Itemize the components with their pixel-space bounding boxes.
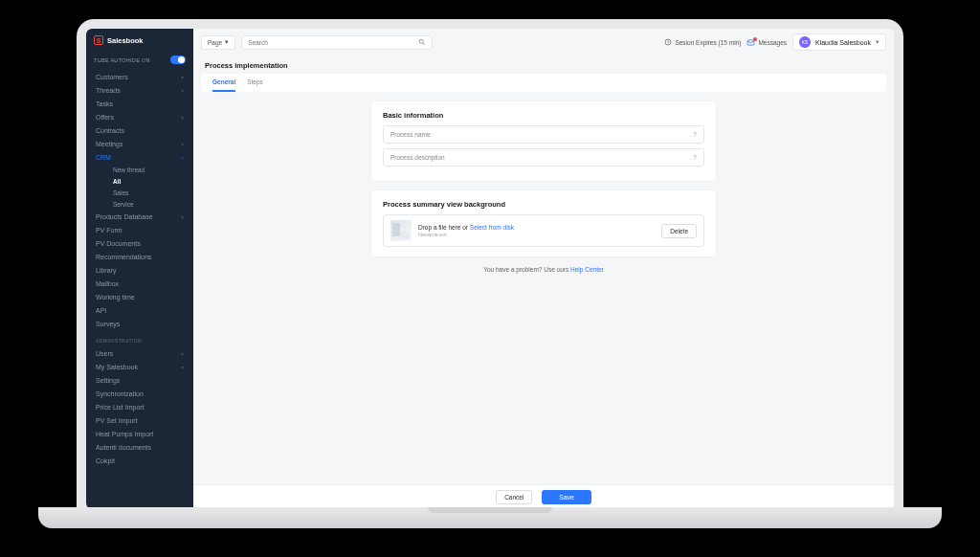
sidebar-item[interactable]: Heat Pumps Import [86, 427, 193, 440]
sidebar-item-label: My Salesbook [96, 364, 138, 370]
brand-logo-icon: S [94, 35, 103, 45]
messages-icon [746, 38, 755, 47]
process-name-placeholder: Process name [390, 131, 431, 138]
basic-info-title: Basic information [383, 111, 704, 120]
sidebar-item-label: Sales [113, 189, 128, 196]
sidebar-item[interactable]: Offers▾ [86, 110, 193, 123]
tabs: GeneralSteps [201, 74, 886, 92]
sidebar-item[interactable]: Price List Import [86, 400, 193, 413]
messages-label: Messages [758, 39, 787, 46]
process-description-placeholder: Process description [390, 154, 445, 161]
messages-link[interactable]: Messages [746, 38, 787, 47]
main: Page ▾ Sesion Expires (15 min) [193, 29, 894, 509]
content: Basic information Process name ? Process… [193, 92, 894, 484]
delete-button[interactable]: Delete [661, 224, 697, 238]
process-name-field[interactable]: Process name ? [383, 125, 704, 144]
scope-label: Page [208, 39, 222, 46]
scope-selector[interactable]: Page ▾ [201, 35, 235, 50]
sidebar-item[interactable]: All [103, 175, 193, 187]
sidebar-item[interactable]: Synchronization [86, 387, 193, 400]
sidebar-autohide-row: TUBE AUTOHIDE ON [86, 52, 193, 70]
sidebar-item-label: Synchronization [96, 390, 144, 397]
sidebar-item[interactable]: Tasks [86, 97, 193, 110]
sidebar-item-label: CRM [96, 154, 111, 161]
sidebar-item[interactable]: Cokpit [86, 454, 193, 467]
help-icon[interactable]: ? [693, 154, 697, 161]
autohide-toggle[interactable] [170, 56, 186, 64]
chevron-down-icon: ▾ [181, 74, 184, 80]
upload-filename: filename.ext [418, 232, 655, 237]
chevron-down-icon: ▾ [181, 114, 184, 121]
user-menu[interactable]: KS Klaudia Salesbook ▾ [792, 33, 886, 51]
sidebar-item-label: PV Documents [96, 240, 141, 247]
cancel-button[interactable]: Cancel [496, 490, 532, 504]
sidebar-item[interactable]: Library [86, 263, 193, 277]
sidebar-item[interactable]: API [86, 303, 193, 317]
sidebar-item[interactable]: Customers▾ [86, 70, 193, 83]
chevron-down-icon: ▾ [876, 38, 880, 46]
sidebar-item[interactable]: CRM▾ [86, 150, 193, 164]
session-text: Sesion Expires (15 min) [675, 39, 741, 46]
sidebar-item[interactable]: Sales [103, 187, 193, 198]
chevron-down-icon: ▾ [225, 38, 229, 46]
chevron-down-icon: ▾ [181, 141, 184, 147]
sidebar-item-label: Price List Import [96, 404, 145, 411]
sidebar-item-label: Mailbox [96, 280, 119, 287]
sidebar-nav: Customers▾Threads▾TasksOffers▾ContractsM… [86, 70, 193, 509]
sidebar-item[interactable]: PV Form [86, 223, 193, 236]
sidebar-item-label: Threads [96, 87, 121, 94]
sidebar-item-label: Users [96, 350, 113, 357]
brand-name: Salesbook [107, 36, 144, 45]
chevron-down-icon: ▾ [181, 154, 184, 161]
sidebar-item[interactable]: Products Database▾ [86, 210, 193, 223]
sidebar-item[interactable]: Surveys [86, 317, 193, 330]
tab[interactable]: General [212, 74, 235, 92]
save-button[interactable]: Save [542, 490, 591, 504]
sidebar-item-label: Meetings [96, 141, 122, 147]
page-title: Process implementation [193, 56, 894, 74]
sidebar-item-label: Cokpit [96, 457, 115, 464]
sidebar: S Salesbook TUBE AUTOHIDE ON Customers▾T… [86, 29, 193, 509]
tab[interactable]: Steps [247, 74, 263, 92]
sidebar-item[interactable]: Threads▾ [86, 83, 193, 97]
search-box[interactable] [241, 35, 433, 50]
sidebar-item-label: Recommendations [96, 254, 151, 260]
sidebar-item[interactable]: Autenti documents [86, 440, 193, 454]
sidebar-item-label: Service [113, 201, 134, 208]
sidebar-item-label: Tasks [96, 100, 113, 107]
search-input[interactable] [248, 39, 418, 46]
sidebar-item-label: Autenti documents [96, 444, 151, 451]
session-expiry: Sesion Expires (15 min) [664, 38, 741, 46]
sidebar-item[interactable]: Settings [86, 373, 193, 387]
sidebar-item-label: API [96, 307, 106, 314]
help-line: You have a problem? Use ours Help Center [483, 266, 604, 273]
help-center-link[interactable]: Help Center [570, 266, 604, 273]
sidebar-item[interactable]: My Salesbook▾ [86, 360, 193, 373]
clock-icon [664, 38, 672, 46]
search-icon [418, 38, 426, 46]
thumbnail-icon [390, 220, 412, 241]
background-card: Process summary view background Drop a f… [371, 190, 716, 256]
upload-text: Drop a file here or Select from disk fil… [418, 224, 655, 237]
brand: S Salesbook [86, 29, 193, 52]
sidebar-item[interactable]: Working time [86, 290, 193, 303]
sidebar-item[interactable]: New thread [103, 164, 193, 175]
sidebar-item[interactable]: Users▾ [86, 346, 193, 360]
help-icon[interactable]: ? [693, 131, 697, 138]
sidebar-item[interactable]: PV Set Import [86, 413, 193, 427]
sidebar-item-label: All [113, 178, 121, 185]
sidebar-item[interactable]: PV Documents [86, 236, 193, 250]
chevron-down-icon: ▾ [181, 364, 184, 370]
chevron-down-icon: ▾ [181, 350, 184, 357]
sidebar-submenu: New threadAllSalesService [86, 164, 193, 210]
sidebar-item[interactable]: Contracts [86, 123, 193, 137]
select-from-disk-link[interactable]: Select from disk [470, 224, 514, 231]
sidebar-item-label: Offers [96, 114, 114, 121]
sidebar-item[interactable]: Meetings▾ [86, 137, 193, 150]
process-description-field[interactable]: Process description ? [383, 148, 704, 167]
sidebar-item-label: New thread [113, 167, 145, 173]
sidebar-item[interactable]: Mailbox [86, 277, 193, 290]
topbar: Page ▾ Sesion Expires (15 min) [193, 29, 894, 56]
sidebar-item[interactable]: Recommendations [86, 250, 193, 263]
sidebar-item[interactable]: Service [103, 198, 193, 210]
